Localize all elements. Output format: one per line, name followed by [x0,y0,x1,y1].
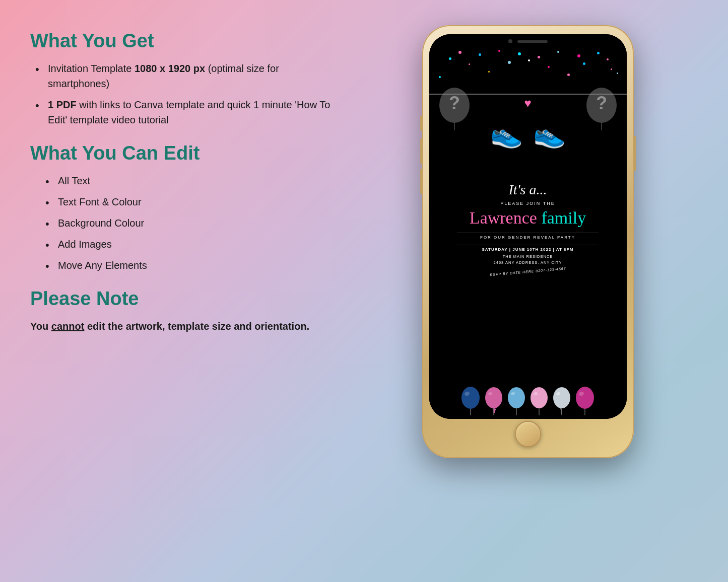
please-join-text: PLEASE JOIN THE [500,201,555,206]
section2-title: What You Can Edit [30,142,338,164]
section1-title: What You Get [30,30,338,52]
confetti-dot [557,51,559,53]
middle-section: ♥ ? 👟 👟 [429,81,627,182]
confetti-dot [518,52,521,55]
balloon-pink-drip [484,384,504,416]
confetti-dot [488,71,490,72]
phone-speaker [517,40,548,43]
list-item: Add Images [45,237,338,252]
confetti-dot [607,58,609,60]
balloon-dark-blue [460,384,481,416]
balloon-magenta [574,384,595,416]
confetti-dot [458,51,461,54]
confetti-dot [617,72,618,74]
family-name-text: Lawrence family [470,208,586,229]
confetti-dot [439,76,441,78]
bottom-balloons [429,369,627,419]
confetti-dot [528,59,530,61]
divider [457,233,599,233]
right-panel: ♥ ? 👟 👟 [358,20,698,458]
confetti-dot [567,74,570,76]
svg-point-6 [461,387,480,409]
first-name-text: Lawrence [470,208,537,227]
what-you-get-list: Invitation Template 1080 x 1920 px (opti… [30,61,338,127]
section3-title: Please Note [30,288,338,310]
confetti-dot [538,56,540,58]
phone-side-button [420,116,422,131]
svg-text:?: ? [449,93,460,113]
list-item: Move Any Elements [45,258,338,273]
confetti-dot [611,68,612,70]
confetti-dot [508,61,511,64]
balloon-silver [552,384,572,416]
phone-side-button [420,169,422,194]
what-you-can-edit-list: All Text Text Font & Colour Background C… [30,173,338,273]
svg-point-21 [576,387,594,409]
list-item: Invitation Template 1080 x 1920 px (opti… [35,61,338,91]
phone-outer-shell: ♥ ? 👟 👟 [422,25,634,458]
phone-side-button [420,138,422,164]
pink-shoe-icon: 👟 [533,119,566,150]
its-a-text: It's a... [509,182,547,198]
confetti-dot [583,62,585,65]
confetti-dot [548,66,550,68]
svg-point-15 [531,387,548,408]
phone-camera [508,39,512,43]
svg-point-9 [485,387,502,408]
left-panel: What You Get Invitation Template 1080 x … [30,20,358,334]
list-item: All Text [45,173,338,188]
rsvp-text: RSVP BY DATE HERE 0207-123-4567 [490,266,566,276]
date-text: SATURDAY | JUNE 10TH 2022 | AT 6PM [482,247,574,252]
list-item: Text Font & Colour [45,194,338,209]
balloon-left: ? [437,86,472,138]
blue-shoe-icon: 👟 [490,119,523,150]
confetti-dot [498,50,500,52]
phone-bottom [515,419,541,449]
phone-top-bar [429,34,627,48]
confetti-dot [449,57,451,60]
balloon-right: ? [584,86,619,138]
confetti-dot [597,52,600,54]
please-note-text: You cannot edit the artwork, template si… [30,319,338,334]
heart-icon: ♥ [524,96,531,110]
invite-content: ♥ ? 👟 👟 [429,34,627,419]
gender-reveal-text: FOR OUR GENDER REVEAL PARTY [480,235,575,240]
balloon-light-pink [529,384,549,416]
divider [457,245,599,245]
svg-point-18 [553,387,570,408]
svg-point-12 [508,387,525,408]
phone-home-button[interactable] [515,421,541,447]
confetti-dot [479,53,481,56]
balloon-light-blue [506,384,526,416]
phone-side-button-right [634,136,636,171]
family-word-text: family [541,208,586,227]
phone-screen: ♥ ? 👟 👟 [429,34,627,419]
confetti-dot [469,63,470,65]
svg-text:?: ? [596,93,607,113]
list-item: 1 PDF with links to Canva template and q… [35,97,338,127]
confetti-dot [577,54,580,57]
address-text: THE MAIN RESIDENCE 2468 ANY ADDRESS, ANY… [494,254,562,266]
invite-text-area: It's a... PLEASE JOIN THE Lawrence famil… [429,182,627,369]
phone-mockup: ♥ ? 👟 👟 [422,25,634,458]
confetti-area [429,48,627,81]
list-item: Background Colour [45,215,338,231]
